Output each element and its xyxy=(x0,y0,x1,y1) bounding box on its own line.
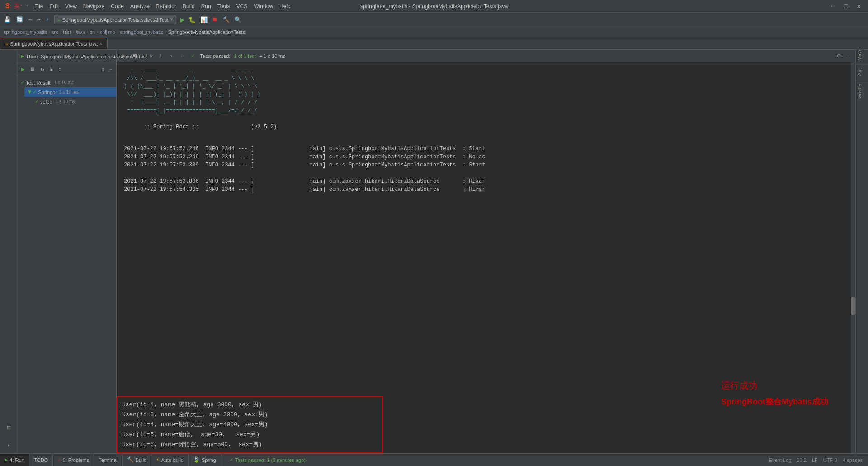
breadcrumb-root[interactable]: springboot_mybatis xyxy=(4,29,47,35)
run-button[interactable]: ▶ xyxy=(179,15,186,24)
console-scrollbar[interactable] xyxy=(851,62,855,453)
run-panel-close-btn[interactable]: ✕ xyxy=(150,53,153,60)
console-settings-btn[interactable]: ⚙ xyxy=(837,52,840,60)
status-tab-spring[interactable]: 🍃 Spring xyxy=(189,454,221,466)
test-pass-check-icon: ✓ xyxy=(191,52,194,60)
tab-label: SpringbootMybatisApplicationTests.java xyxy=(10,41,98,47)
line-separator[interactable]: LF xyxy=(812,457,818,463)
run-sort-btn[interactable]: ↕ xyxy=(56,65,64,74)
tab-close-button[interactable]: ✕ xyxy=(99,41,103,47)
breadcrumb-sep-5: › xyxy=(96,29,99,35)
indent-info[interactable]: 4 spaces xyxy=(843,457,863,463)
menu-analyze[interactable]: Analyze xyxy=(127,2,152,10)
status-tab-auto-build[interactable]: ⚡ Auto-build xyxy=(151,454,189,466)
breadcrumb-src[interactable]: src xyxy=(52,29,58,35)
toolbar-run-small[interactable]: ⚡ xyxy=(43,15,51,24)
run-restart-btn[interactable]: ▶ xyxy=(19,65,27,74)
run-filter-btn[interactable]: ≡ xyxy=(47,65,55,74)
menu-help[interactable]: Help xyxy=(277,2,293,10)
title-bar-left: S 英· · File Edit View Navigate Code Anal… xyxy=(0,2,293,10)
test-springb-label: Springb xyxy=(38,90,55,95)
toolbar-forward[interactable]: → xyxy=(35,15,42,24)
stop-button[interactable]: ⏹ xyxy=(210,15,220,24)
auto-build-icon: ⚡ xyxy=(156,456,159,463)
status-auto-build-label: Auto-build xyxy=(161,457,184,463)
tab-file-icon: ☕ xyxy=(5,40,8,47)
run-collapse-btn[interactable]: − xyxy=(108,66,114,74)
breadcrumb-sep-3: › xyxy=(72,29,75,35)
file-encoding[interactable]: UTF-8 xyxy=(823,457,837,463)
status-problems-label: 6: Problems xyxy=(62,457,89,463)
toolbar-sync[interactable]: 🔄 xyxy=(14,15,25,24)
log-line-2: 2021-07-22 19:57:53.389 INFO 2344 --- [ … xyxy=(124,161,848,169)
toolbar-back[interactable]: ← xyxy=(26,15,34,24)
status-tab-terminal[interactable]: Terminal xyxy=(94,454,123,466)
test-result-label: Test Result xyxy=(26,80,50,86)
test-filter-btn[interactable]: ↕ xyxy=(157,52,164,60)
run-configuration-box: ☕ SpringbootMybatisApplicationTests.sele… xyxy=(54,15,176,24)
menu-file[interactable]: File xyxy=(32,2,46,10)
menu-window[interactable]: Window xyxy=(251,2,276,10)
breadcrumb-test[interactable]: test xyxy=(63,29,71,35)
console-minimize-btn[interactable]: − xyxy=(844,52,852,61)
run-settings-btn[interactable]: ⚙ xyxy=(100,65,107,74)
favorites-icon: ★ xyxy=(7,442,10,448)
run-rerun-btn[interactable]: ↻ xyxy=(38,65,46,74)
close-button[interactable]: ✕ xyxy=(854,1,864,11)
build-button[interactable]: 🔨 xyxy=(221,15,231,25)
sidebar-favorites-btn[interactable]: ★ xyxy=(0,436,17,453)
breadcrumb-sep-6: › xyxy=(116,29,119,35)
breadcrumb-sep-4: › xyxy=(86,29,89,35)
breadcrumb-java[interactable]: java xyxy=(76,29,85,35)
menu-navigate[interactable]: Navigate xyxy=(80,2,107,10)
run-config-dropdown[interactable]: ▼ xyxy=(170,17,173,22)
test-result-root[interactable]: ✓ Test Result 1 s 10 ms xyxy=(17,78,116,87)
test-pass-icon-selec: ✓ xyxy=(35,98,38,105)
status-tab-problems[interactable]: ⚠ 6: Problems xyxy=(53,454,94,466)
breadcrumb-springboot[interactable]: springboot_mybatis xyxy=(120,29,163,35)
test-selec-node[interactable]: ✓ selec 1 s 10 ms xyxy=(32,97,116,106)
sougou-label: 英· xyxy=(14,2,23,10)
test-springb-node[interactable]: ▼ ✓ Springb 1 s 10 ms xyxy=(24,87,116,97)
status-tab-run[interactable]: ▶ 4: Run xyxy=(0,454,29,466)
menu-refactor[interactable]: Refactor xyxy=(153,2,179,10)
status-tab-build[interactable]: 🔨 Build xyxy=(123,454,151,466)
console-output[interactable]: . ____ _ __ _ _ /\\ / ___'_ __ _ _(_)_ _… xyxy=(117,62,855,453)
right-tab-gradle[interactable]: Gradle xyxy=(856,80,868,102)
test-prev-btn[interactable]: ← xyxy=(179,52,185,60)
success-cn-text: 运行成功 xyxy=(721,379,828,392)
spring-version-line: :: Spring Boot :: (v2.5.2) xyxy=(124,115,848,139)
breadcrumb: springboot_mybatis › src › test › java ›… xyxy=(0,27,868,37)
scrollbar-thumb[interactable] xyxy=(851,297,855,315)
status-bar: ▶ 4: Run TODO ⚠ 6: Problems Terminal 🔨 B… xyxy=(0,453,868,466)
toolbar-save[interactable]: 💾 xyxy=(2,15,13,24)
debug-button[interactable]: 🐛 xyxy=(187,15,198,25)
test-springb-time: 1 s 10 ms xyxy=(59,90,78,95)
breadcrumb-shijimo[interactable]: shijimo xyxy=(100,29,115,35)
search-button[interactable]: 🔍 xyxy=(232,15,243,25)
status-run-label: 4: Run xyxy=(9,457,24,463)
menu-edit[interactable]: Edit xyxy=(47,2,61,10)
breadcrumb-sep-2: › xyxy=(59,29,62,35)
status-tab-todo[interactable]: TODO xyxy=(29,454,53,466)
test-pass-icon-springb: ✓ xyxy=(33,89,36,95)
menu-vcs[interactable]: VCS xyxy=(234,2,250,10)
menu-code[interactable]: Code xyxy=(108,2,127,10)
sougou-separator: · xyxy=(26,3,29,10)
breadcrumb-cn[interactable]: cn xyxy=(90,29,95,35)
result-line-0: User(id=1, name=黑熊精, age=3000, sex=男) xyxy=(122,400,378,410)
menu-run[interactable]: Run xyxy=(198,2,214,10)
breadcrumb-class[interactable]: SpringbootMybatisApplicationTests xyxy=(168,29,245,35)
maximize-button[interactable]: □ xyxy=(840,2,851,11)
coverage-button[interactable]: 📊 xyxy=(198,15,209,25)
minimize-button[interactable]: ─ xyxy=(828,2,839,11)
event-log-link[interactable]: Event Log xyxy=(769,457,792,463)
test-pass-icon-root: ✓ xyxy=(21,79,24,86)
right-tab-ant[interactable]: Ant xyxy=(856,64,868,80)
menu-view[interactable]: View xyxy=(62,2,80,10)
active-tab[interactable]: ☕ SpringbootMybatisApplicationTests.java… xyxy=(0,38,108,49)
run-stop-btn[interactable]: ⏹ xyxy=(28,65,38,74)
sidebar-structure-btn[interactable]: ⊞ xyxy=(0,419,17,436)
menu-tools[interactable]: Tools xyxy=(215,2,233,10)
menu-build[interactable]: Build xyxy=(180,2,198,10)
